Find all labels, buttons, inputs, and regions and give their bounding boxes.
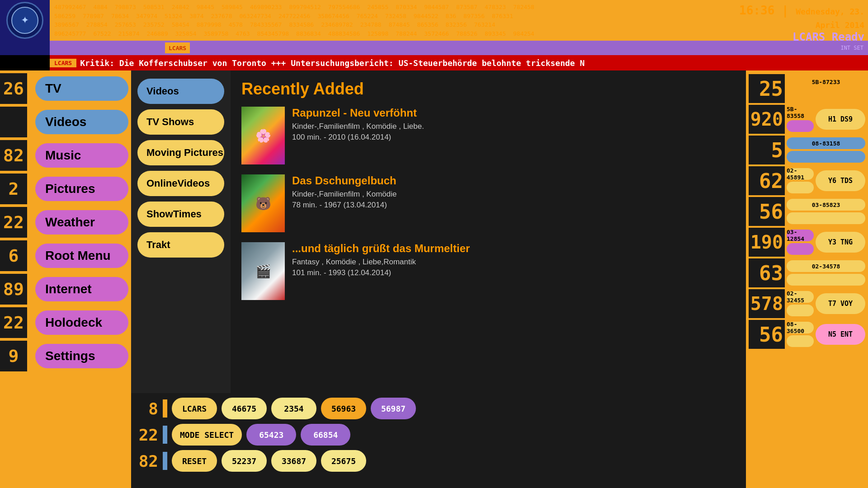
sidebar-accent-root-menu bbox=[28, 244, 34, 267]
sidebar-num-internet: 89 bbox=[0, 274, 27, 305]
right-row-578: 578 02-32455 T7 VOY bbox=[749, 289, 865, 318]
logo-area: ✦ bbox=[0, 0, 50, 41]
ticker-badge: LCARS bbox=[50, 59, 76, 67]
bottom-btn-65423[interactable]: 65423 bbox=[246, 424, 296, 446]
bottom-btn-reset[interactable]: RESET bbox=[172, 450, 217, 472]
right-num-62: 62 bbox=[749, 166, 785, 195]
right-num-578: 578 bbox=[749, 289, 785, 318]
right-num-56b: 56 bbox=[749, 320, 785, 349]
sidebar-btn-tv[interactable]: TV bbox=[35, 76, 128, 101]
recently-added-title: Recently Added bbox=[241, 80, 735, 99]
numbers-row-4: 8962457776752221587424688932585435897584… bbox=[54, 30, 711, 37]
sidebar-item-holodeck[interactable]: 22 Holodeck bbox=[0, 307, 131, 338]
bottom-btn-2354[interactable]: 2354 bbox=[271, 398, 316, 419]
sidebar-num-settings: 9 bbox=[0, 341, 27, 371]
sidebar-btn-internet[interactable]: Internet bbox=[35, 277, 128, 301]
right-row-56a: 56 03-85823 bbox=[749, 197, 865, 226]
right-block-63-bottom bbox=[787, 274, 865, 286]
submenu-btn-tv-shows[interactable]: TV Shows bbox=[137, 109, 224, 135]
right-btn-t7voy[interactable]: T7 VOY bbox=[816, 293, 865, 314]
sidebar-num-videos bbox=[0, 107, 27, 137]
right-row-920: 920 5B-83558 H1 DS9 bbox=[749, 105, 865, 134]
sidebar-btn-root-menu[interactable]: Root Menu bbox=[35, 244, 128, 268]
sidebar-item-pictures[interactable]: 2 Pictures bbox=[0, 174, 131, 204]
media-item-rapunzel[interactable]: 🌸 Rapunzel - Neu verföhnt Kinder-,Famili… bbox=[241, 107, 735, 164]
media-item-jungle-book[interactable]: 🐻 Das Dschungelbuch Kinder-,Familienfilm… bbox=[241, 174, 735, 232]
right-btn-h1ds9[interactable]: H1 DS9 bbox=[816, 109, 865, 130]
logo-circle: ✦ bbox=[6, 2, 43, 39]
clock-display: 16:36 | Wednesday, 23. April 2014 bbox=[724, 4, 864, 31]
right-num-5: 5 bbox=[749, 136, 785, 164]
right-row-63: 63 02-34578 bbox=[749, 258, 865, 287]
lcars-accent-badge: LCARS bbox=[165, 42, 190, 53]
bottom-row-2: 22 MODE SELECT 65423 66854 bbox=[138, 424, 739, 446]
numbers-row-1: 4879924674884798873508531248429844558984… bbox=[54, 4, 711, 10]
sidebar-num-tv: 26 bbox=[0, 73, 27, 104]
bottom-accent-3 bbox=[163, 452, 167, 470]
right-block-5-bottom bbox=[787, 151, 865, 163]
bottom-btn-46675[interactable]: 46675 bbox=[222, 398, 267, 419]
numbers-display: 4879924674884798873508531248429844558984… bbox=[51, 1, 714, 40]
sidebar-num-holodeck: 22 bbox=[0, 307, 27, 338]
right-num-63: 63 bbox=[749, 258, 785, 287]
media-meta-rapunzel: 100 min. - 2010 (16.04.2014) bbox=[292, 133, 424, 142]
federation-logo-icon: ✦ bbox=[21, 14, 29, 26]
sidebar-btn-music[interactable]: Music bbox=[35, 143, 128, 168]
bottom-row-1: 8 LCARS 46675 2354 56963 56987 bbox=[138, 398, 739, 419]
submenu-btn-online-videos[interactable]: OnlineVideos bbox=[137, 171, 224, 196]
thumb-groundhog: 🎬 bbox=[241, 242, 285, 300]
media-title-rapunzel: Rapunzel - Neu verföhnt bbox=[292, 107, 424, 119]
submenu-btn-videos[interactable]: Videos bbox=[137, 79, 224, 104]
right-btn-n5ent[interactable]: N5 ENT bbox=[816, 324, 865, 345]
media-info-jungle-book: Das Dschungelbuch Kinder-,Familienfilm ,… bbox=[292, 174, 396, 210]
sidebar-btn-weather[interactable]: Weather bbox=[35, 210, 128, 235]
sidebar-item-root-menu[interactable]: 6 Root Menu bbox=[0, 240, 131, 271]
sidebar-accent-internet bbox=[28, 278, 34, 300]
sidebar-num-pictures: 2 bbox=[0, 174, 27, 204]
sidebar-item-internet[interactable]: 89 Internet bbox=[0, 274, 131, 305]
right-btn-y6tds[interactable]: Y6 TDS bbox=[816, 170, 865, 191]
right-block-578-bottom bbox=[787, 305, 814, 316]
thumb-jungle-book: 🐻 bbox=[241, 174, 285, 232]
sidebar-item-settings[interactable]: 9 Settings bbox=[0, 341, 131, 371]
top-left-corner bbox=[0, 41, 50, 55]
right-label-0883158: 08-83158 bbox=[787, 137, 865, 149]
submenu-btn-moving-pictures[interactable]: Moving Pictures bbox=[137, 140, 224, 165]
right-block-56b-bottom bbox=[787, 335, 814, 347]
right-num-190: 190 bbox=[749, 228, 785, 257]
bottom-btn-lcars[interactable]: LCARS bbox=[172, 398, 217, 419]
media-genre-jungle-book: Kinder-,Familienfilm , Komödie bbox=[292, 190, 396, 199]
submenu-btn-trakt[interactable]: Trakt bbox=[137, 232, 224, 258]
right-label-5b87233: 5B-87233 bbox=[787, 76, 865, 88]
sidebar-item-videos[interactable]: Videos bbox=[0, 107, 131, 137]
submenu-btn-showtimes[interactable]: ShowTimes bbox=[137, 202, 224, 227]
media-meta-groundhog: 101 min. - 1993 (12.04.2014) bbox=[292, 268, 470, 277]
bottom-btn-33687[interactable]: 33687 bbox=[271, 450, 316, 472]
sidebar-item-music[interactable]: 82 Music bbox=[0, 140, 131, 171]
bottom-btn-56963[interactable]: 56963 bbox=[321, 398, 366, 419]
right-block-25-bottom bbox=[787, 89, 865, 101]
news-ticker: LCARS Kritik: Die Kofferschubser von Tor… bbox=[50, 55, 868, 70]
sidebar-btn-pictures[interactable]: Pictures bbox=[35, 177, 128, 201]
bottom-buttons: 8 LCARS 46675 2354 56963 56987 22 MODE bbox=[131, 393, 746, 488]
sidebar-btn-videos[interactable]: Videos bbox=[35, 110, 128, 134]
sidebar-btn-settings[interactable]: Settings bbox=[35, 344, 128, 368]
bottom-num-3: 82 bbox=[138, 452, 158, 470]
clock-area: 16:36 | Wednesday, 23. April 2014 LCARS … bbox=[724, 4, 864, 43]
right-block-62-bottom bbox=[787, 182, 814, 193]
sidebar-btn-holodeck[interactable]: Holodeck bbox=[35, 310, 128, 335]
media-item-groundhog[interactable]: 🎬 ...und täglich grüßt das Murmeltier Fa… bbox=[241, 242, 735, 300]
bottom-btn-56987[interactable]: 56987 bbox=[371, 398, 416, 419]
sidebar-num-weather: 22 bbox=[0, 207, 27, 238]
sidebar-item-weather[interactable]: 22 Weather bbox=[0, 207, 131, 238]
sidebar-accent-music bbox=[28, 144, 34, 167]
sidebar-item-tv[interactable]: 26 TV bbox=[0, 73, 131, 104]
bottom-btn-66854[interactable]: 66854 bbox=[301, 424, 350, 446]
media-title-groundhog: ...und täglich grüßt das Murmeltier bbox=[292, 242, 470, 255]
media-info-rapunzel: Rapunzel - Neu verföhnt Kinder-,Familien… bbox=[292, 107, 424, 142]
bottom-btn-25675[interactable]: 25675 bbox=[321, 450, 366, 472]
bottom-btn-mode-select[interactable]: MODE SELECT bbox=[172, 424, 242, 446]
right-btn-y3tng[interactable]: Y3 TNG bbox=[816, 232, 865, 253]
bottom-btn-52237[interactable]: 52237 bbox=[222, 450, 267, 472]
clock-date: Wednesday, 23. April 2014 bbox=[796, 7, 864, 30]
